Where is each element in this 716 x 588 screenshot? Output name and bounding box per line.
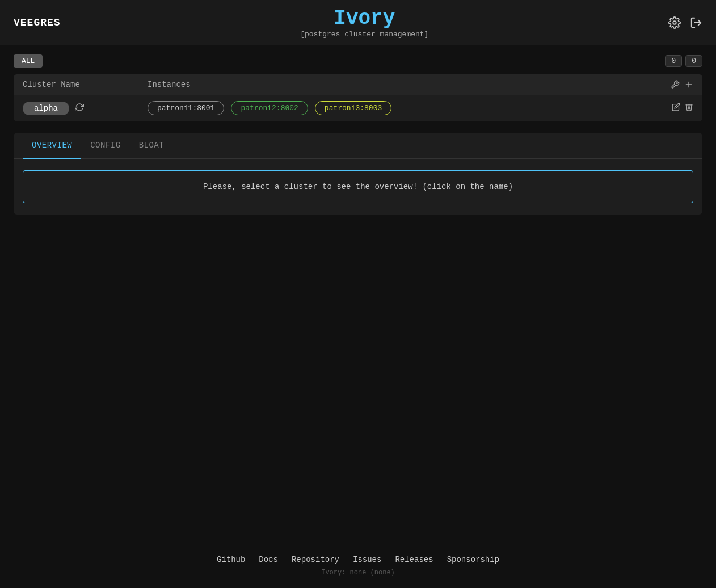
- filter-row: ALL 0 0: [14, 54, 702, 68]
- badge-group: 0 0: [665, 55, 702, 67]
- tools-button[interactable]: [671, 80, 680, 89]
- instance-tag-2[interactable]: patroni2:8002: [231, 101, 308, 115]
- tab-overview[interactable]: OVERVIEW: [23, 133, 81, 159]
- refresh-button[interactable]: [75, 103, 84, 114]
- delete-cluster-button[interactable]: [685, 103, 693, 114]
- cluster-name-badge[interactable]: alpha: [23, 102, 69, 115]
- instances-cell: patroni1:8001 patroni2:8002 patroni3:800…: [148, 101, 672, 115]
- edit-cluster-button[interactable]: [672, 103, 680, 114]
- instance-tag-3[interactable]: patroni3:8003: [315, 101, 391, 115]
- footer-link-sponsorship[interactable]: Sponsorship: [447, 555, 499, 564]
- header: VEEGRES Ivory [postgres cluster manageme…: [0, 0, 716, 45]
- footer-link-issues[interactable]: Issues: [353, 555, 381, 564]
- col-header-cluster-name: Cluster Name: [23, 80, 148, 89]
- app-subtitle: [postgres cluster management]: [61, 30, 668, 39]
- footer-links: Github Docs Repository Issues Releases S…: [11, 555, 705, 564]
- table-row: alpha patroni1:8001 patroni2:8002 patron…: [14, 95, 702, 121]
- footer-link-releases[interactable]: Releases: [395, 555, 433, 564]
- tabs-bar: OVERVIEW CONFIG BLOAT: [14, 133, 702, 159]
- select-cluster-message: Please, select a cluster to see the over…: [23, 170, 693, 203]
- tab-bloat[interactable]: BLOAT: [130, 133, 174, 159]
- all-button[interactable]: ALL: [14, 54, 43, 68]
- tabs-section: OVERVIEW CONFIG BLOAT Please, select a c…: [14, 133, 702, 215]
- badge-count-1: 0: [665, 55, 682, 67]
- header-actions: [668, 16, 702, 29]
- table-header: Cluster Name Instances: [14, 74, 702, 95]
- main-content: ALL 0 0 Cluster Name Instances: [0, 45, 716, 544]
- tab-content: Please, select a cluster to see the over…: [14, 159, 702, 215]
- header-center: Ivory [postgres cluster management]: [61, 7, 668, 39]
- app-title: Ivory: [61, 7, 668, 30]
- logo: VEEGRES: [14, 17, 61, 28]
- footer-link-github[interactable]: Github: [217, 555, 245, 564]
- footer: Github Docs Repository Issues Releases S…: [0, 544, 716, 588]
- col-header-actions: [671, 80, 693, 89]
- footer-link-docs[interactable]: Docs: [259, 555, 278, 564]
- add-cluster-button[interactable]: [684, 80, 693, 89]
- cluster-name-cell: alpha: [23, 102, 148, 115]
- cluster-table: Cluster Name Instances alpha: [14, 74, 702, 121]
- svg-point-0: [673, 21, 676, 24]
- col-header-instances: Instances: [148, 80, 671, 89]
- footer-version: Ivory: none (none): [11, 569, 705, 577]
- logout-button[interactable]: [690, 16, 702, 29]
- footer-link-repository[interactable]: Repository: [292, 555, 339, 564]
- row-actions: [672, 103, 693, 114]
- tab-config[interactable]: CONFIG: [81, 133, 129, 159]
- settings-button[interactable]: [668, 16, 681, 29]
- instance-tag-1[interactable]: patroni1:8001: [148, 101, 224, 115]
- badge-count-2: 0: [685, 55, 702, 67]
